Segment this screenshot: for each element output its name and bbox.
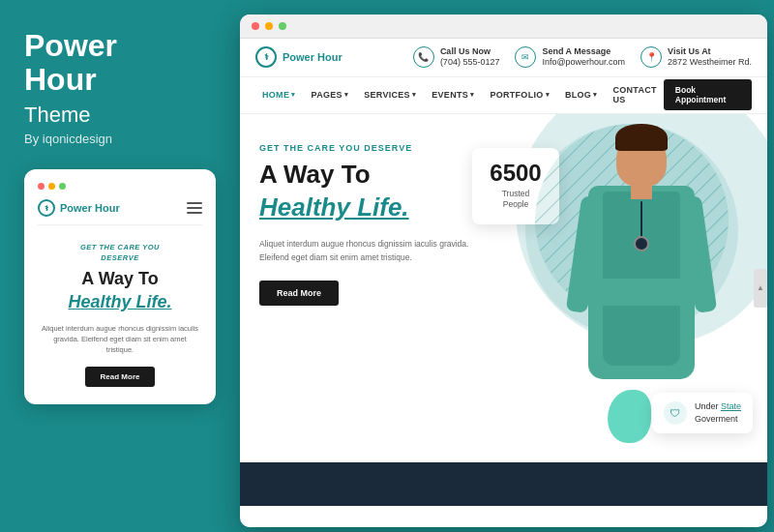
hero-body-text: Aliquet interdum augue rhoncus dignissim… <box>259 237 491 265</box>
nav-item-blog[interactable]: BLOG ▾ <box>558 86 605 103</box>
brand-name: Power Hour Theme By iqonicdesign <box>24 29 213 146</box>
chevron-down-icon: ▾ <box>412 91 416 99</box>
book-appointment-button[interactable]: Book Appointment <box>664 79 752 110</box>
nav-links: HOME ▾ PAGES ▾ SERVICES ▾ EVENTS ▾ PORTF… <box>255 81 664 108</box>
hero-heading-italic: Healthy Life. <box>259 192 491 222</box>
logo-icon: ⚕ <box>255 46 277 68</box>
browser-window: ⚕ Power Hour 📞 Call Us Now (704) 555-012… <box>240 15 767 527</box>
mockup-heading-italic: Healthy Life. <box>40 292 200 313</box>
mockup-tagline: GET THE CARE YOU DESERVE <box>40 243 200 263</box>
chevron-down-icon: ▾ <box>593 91 597 99</box>
mobile-mockup: ⚕ Power Hour GET THE CARE YOU DESERVE A … <box>24 169 216 404</box>
government-badge: 🛡 Under State Goverment <box>652 393 753 432</box>
doctor-figure <box>564 124 719 395</box>
site-logo: ⚕ Power Hour <box>255 46 342 68</box>
chevron-down-icon: ▾ <box>344 91 348 99</box>
contact-address: 📍 Visit Us At 2872 Westheimer Rd. <box>640 46 752 69</box>
mockup-content: GET THE CARE YOU DESERVE A Way To Health… <box>38 239 202 391</box>
gov-shield-icon: 🛡 <box>664 401 687 425</box>
browser-chrome <box>240 15 767 39</box>
site-footer <box>240 462 767 506</box>
hero-heading: A Way To <box>259 161 491 190</box>
email-icon: ✉ <box>515 46 536 68</box>
gov-state-link[interactable]: State <box>721 401 741 411</box>
mockup-heading: A Way To <box>40 269 200 290</box>
doctor-neck <box>631 182 652 199</box>
nav-item-contact[interactable]: CONTACT US <box>606 81 663 108</box>
nav-item-services[interactable]: SERVICES ▾ <box>357 86 423 103</box>
scroll-arrow-icon: ▲ <box>757 283 764 292</box>
contact-bar: 📞 Call Us Now (704) 555-0127 ✉ Send A Me… <box>413 46 752 69</box>
hero-read-more-button[interactable]: Read More <box>259 281 339 306</box>
hero-section: GET THE CARE YOU DESERVE A Way To Health… <box>240 114 767 462</box>
nav-item-portfolio[interactable]: PORTFOLIO ▾ <box>483 86 556 103</box>
doctor-illustration <box>525 114 738 433</box>
chevron-down-icon: ▾ <box>546 91 550 99</box>
chevron-down-icon: ▾ <box>291 91 295 99</box>
stethoscope-chest-piece <box>634 236 649 251</box>
browser-minimize-dot[interactable] <box>265 22 273 30</box>
chevron-down-icon: ▾ <box>470 91 474 99</box>
mockup-dot-yellow <box>48 183 55 190</box>
doctor-crossed-arms <box>588 279 695 306</box>
stethoscope-tube <box>640 201 642 240</box>
mockup-read-more-button[interactable]: Read More <box>85 367 156 387</box>
contact-email: ✉ Send A Message Info@powerhour.com <box>515 46 625 69</box>
hero-content: GET THE CARE YOU DESERVE A Way To Health… <box>259 143 491 306</box>
phone-icon: 📞 <box>413 46 434 68</box>
top-contact-bar: ⚕ Power Hour 📞 Call Us Now (704) 555-012… <box>240 39 767 77</box>
nav-item-pages[interactable]: PAGES ▾ <box>305 86 356 103</box>
mockup-logo: ⚕ Power Hour <box>38 199 120 217</box>
teal-blob-decoration <box>608 390 651 443</box>
mockup-hamburger-icon[interactable] <box>187 202 202 214</box>
browser-close-dot[interactable] <box>252 22 259 30</box>
doctor-hair <box>615 124 668 151</box>
mockup-logo-icon: ⚕ <box>38 199 55 217</box>
mockup-dot-red <box>38 183 45 190</box>
location-icon: 📍 <box>640 46 662 68</box>
left-panel: Power Hour Theme By iqonicdesign ⚕ Power… <box>0 0 237 532</box>
mockup-body-text: Aliquet interdum augue rhoncus dignissim… <box>40 323 200 356</box>
nav-item-events[interactable]: EVENTS ▾ <box>425 86 481 103</box>
mockup-header: ⚕ Power Hour <box>38 199 202 225</box>
hero-tagline: GET THE CARE YOU DESERVE <box>259 143 491 153</box>
nav-item-home[interactable]: HOME ▾ <box>255 86 303 103</box>
navigation-bar: HOME ▾ PAGES ▾ SERVICES ▾ EVENTS ▾ PORTF… <box>240 77 767 114</box>
mockup-window-controls <box>38 183 202 190</box>
mockup-dot-green <box>59 183 66 190</box>
scroll-indicator[interactable]: ▲ <box>754 269 767 308</box>
browser-maximize-dot[interactable] <box>279 22 286 30</box>
contact-phone: 📞 Call Us Now (704) 555-0127 <box>413 46 500 69</box>
